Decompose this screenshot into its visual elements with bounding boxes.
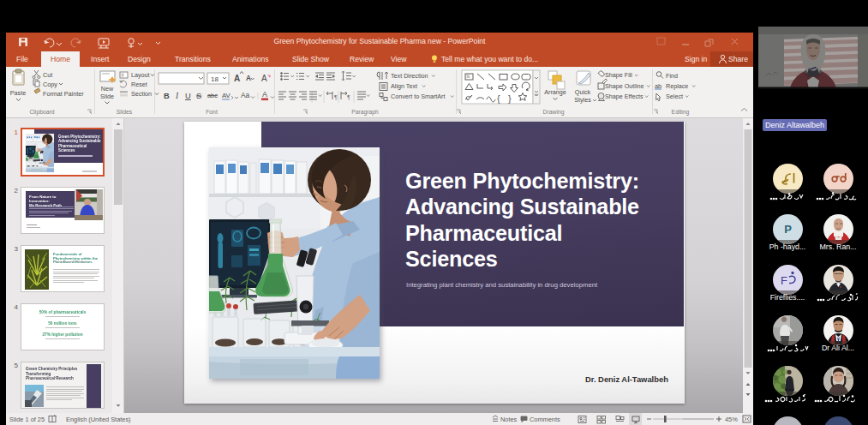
svg-text:B: B bbox=[164, 91, 170, 100]
svg-text:¶: ¶ bbox=[347, 94, 350, 100]
svg-text:A: A bbox=[246, 74, 251, 82]
svg-text:F: F bbox=[781, 274, 787, 287]
svg-text:A: A bbox=[234, 74, 240, 83]
svg-text:Format Painter: Format Painter bbox=[43, 90, 84, 98]
svg-text:}: } bbox=[508, 93, 512, 104]
svg-text:S: S bbox=[196, 91, 201, 100]
svg-text:A: A bbox=[262, 90, 267, 99]
svg-text:18: 18 bbox=[211, 75, 218, 83]
svg-text:{: { bbox=[497, 93, 500, 104]
svg-text:¶: ¶ bbox=[334, 94, 338, 100]
svg-text:Slide: Slide bbox=[100, 93, 114, 100]
svg-text:Shape Fill: Shape Fill bbox=[605, 71, 632, 79]
svg-text:Shape Effects: Shape Effects bbox=[605, 93, 644, 100]
svg-text:Reset: Reset bbox=[131, 81, 147, 88]
svg-text:A: A bbox=[261, 74, 267, 83]
svg-text:I: I bbox=[175, 92, 179, 100]
svg-text:Section: Section bbox=[131, 90, 152, 98]
svg-text:Replace: Replace bbox=[666, 82, 688, 90]
svg-text:Find: Find bbox=[666, 72, 678, 80]
svg-text:Styles: Styles bbox=[574, 96, 591, 104]
svg-text:abc: abc bbox=[207, 92, 218, 99]
svg-text:Aa: Aa bbox=[241, 91, 250, 99]
svg-text:Copy: Copy bbox=[43, 81, 57, 88]
svg-text:Layout: Layout bbox=[131, 71, 150, 79]
svg-text:Quick: Quick bbox=[575, 88, 591, 96]
svg-text:U: U bbox=[185, 91, 191, 100]
svg-text:AV: AV bbox=[222, 92, 231, 99]
svg-text:Arrange: Arrange bbox=[544, 88, 566, 96]
svg-text:Cut: Cut bbox=[43, 71, 52, 79]
svg-text:Text Direction: Text Direction bbox=[391, 72, 428, 80]
svg-text:Select: Select bbox=[666, 93, 683, 100]
svg-text:Convert to SmartArt: Convert to SmartArt bbox=[391, 93, 446, 100]
svg-text:Paste: Paste bbox=[10, 89, 26, 97]
svg-text:Align Text: Align Text bbox=[391, 82, 417, 90]
svg-text:New: New bbox=[101, 85, 114, 93]
svg-text:Shape Outline: Shape Outline bbox=[605, 82, 644, 90]
